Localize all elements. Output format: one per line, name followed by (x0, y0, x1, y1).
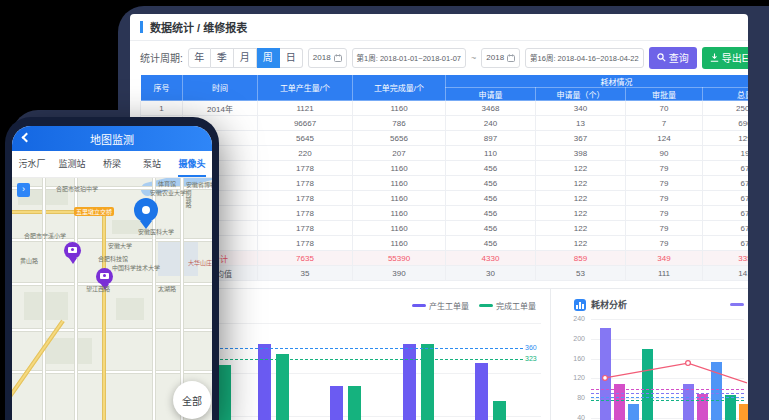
table-cell: 67 (703, 191, 749, 206)
breadcrumb-accent-bar (140, 21, 143, 33)
table-cell: 1778 (258, 221, 353, 236)
tab-监测站[interactable]: 监测站 (52, 151, 92, 177)
legend-label: 完成工单量 (496, 300, 536, 311)
map-view[interactable]: › 全部 合肥市琥珀中学体育馆安徽农业大学安徽省博物馆五里墩立交桥合肥市宁溪小学… (12, 178, 212, 420)
workorder-bar (403, 344, 416, 420)
table-row: 42202071103989019 (141, 146, 749, 161)
table-cell: 2014年 (183, 101, 258, 116)
gridline (190, 373, 541, 374)
map-label: 太湖路 (158, 284, 176, 293)
table-cell: 13 (536, 116, 626, 131)
tab-摄像头[interactable]: 摄像头 (172, 151, 212, 177)
table-cell: 1778 (258, 236, 353, 251)
table-header-row: 序号时间工单产生量/个工单完成量/个耗材情况 (141, 75, 749, 88)
column-header: 工单完成量/个 (353, 75, 446, 101)
map-label: 中国科学技术大学 (112, 263, 160, 272)
consumable-bar (711, 362, 722, 420)
table-cell: 124 (626, 131, 703, 146)
period-option-年[interactable]: 年 (188, 48, 211, 68)
week-to-value: 第16周: 2018-04-16~2018-04-22 (530, 52, 639, 63)
table-cell: 1160 (353, 161, 446, 176)
table-cell: 859 (536, 251, 626, 266)
table-cell: 390 (353, 266, 446, 281)
table-cell: 122 (536, 176, 626, 191)
legend-label: 产生工单量 (429, 300, 469, 311)
legend-swatch (479, 304, 493, 307)
range-separator: ~ (471, 53, 476, 63)
week-from-value: 第1周: 2018-01-01~2018-01-07 (357, 52, 461, 63)
app-header: 地图监测 (12, 126, 212, 151)
camera-marker[interactable] (64, 242, 81, 259)
consumable-bar (628, 404, 639, 420)
legend-swatch (412, 304, 426, 307)
table-cell: 456 (446, 221, 536, 236)
gridline (591, 359, 744, 360)
sub-column-header: 审批量 (626, 88, 703, 101)
map-label: 安徽农业大学 (150, 188, 186, 197)
table-cell: 5645 (258, 131, 353, 146)
workorder-bar (276, 354, 289, 420)
period-option-日[interactable]: 日 (280, 48, 303, 68)
table-row: 6177811604561227967 (141, 176, 749, 191)
phone-mockup: 地图监测 污水厂监测站桥梁泵站摄像头 (5, 117, 219, 420)
year-from-select[interactable]: 2018 (308, 48, 347, 68)
year-to-select[interactable]: 2018 (481, 48, 520, 68)
table-cell: 3468 (446, 101, 536, 116)
consumable-bar (600, 328, 611, 420)
location-pin[interactable] (134, 198, 158, 222)
camera-icon (100, 273, 109, 279)
table-cell: 240 (446, 116, 536, 131)
table-cell: 55390 (353, 251, 446, 266)
report-table: 序号时间工单产生量/个工单完成量/个耗材情况申请量申请量（个）审批量总量 120… (140, 74, 748, 281)
gridline (190, 416, 541, 417)
map-road (42, 178, 46, 420)
export-excel-button[interactable]: 导出Excel (702, 47, 748, 69)
map-label: 合肥市琥珀中学 (56, 184, 98, 193)
table-cell: 79 (626, 221, 703, 236)
legend-item[interactable]: 完成工单量 (479, 300, 536, 311)
map-expander-button[interactable]: › (17, 183, 30, 197)
table-cell: 67 (703, 236, 749, 251)
table-cell: 79 (626, 161, 703, 176)
map-label: 安徽大学 (108, 241, 132, 250)
back-icon[interactable] (22, 133, 32, 143)
reference-line (190, 348, 523, 349)
workorder-bar (421, 344, 434, 420)
workorder-bar (218, 365, 231, 420)
tab-桥梁[interactable]: 桥梁 (92, 151, 132, 177)
page-header: 数据统计 / 维修报表 (130, 14, 748, 41)
tab-污水厂[interactable]: 污水厂 (12, 151, 52, 177)
camera-marker[interactable] (96, 268, 113, 285)
year-to-value: 2018 (486, 53, 504, 62)
map-label: 桐城路 (184, 190, 193, 208)
table-cell: 456 (446, 236, 536, 251)
period-option-季[interactable]: 季 (211, 48, 234, 68)
table-cell: 122 (536, 206, 626, 221)
gridline (190, 323, 541, 324)
y-axis-tick-label: 240 (567, 315, 585, 322)
table-cell: 1778 (258, 206, 353, 221)
table-cell: 2500 (703, 101, 749, 116)
tab-泵站[interactable]: 泵站 (132, 151, 172, 177)
column-header: 工单产生量/个 (258, 75, 353, 101)
column-header: 序号 (141, 75, 183, 101)
table-cell: 1160 (353, 191, 446, 206)
table-row: 9177811604561227967 (141, 221, 749, 236)
period-option-月[interactable]: 月 (234, 48, 257, 68)
report-table-body: 12014年1121116034683407025002966677862401… (141, 101, 749, 281)
week-from-select[interactable]: 第1周: 2018-01-01~2018-01-07 (352, 48, 466, 68)
table-cell: 1778 (258, 176, 353, 191)
consumable-bar (739, 404, 748, 420)
table-cell: 1160 (353, 206, 446, 221)
map-label: 合肥市宁溪小学 (24, 231, 66, 240)
query-button[interactable]: 查询 (649, 47, 697, 69)
show-all-button[interactable]: 全部 (173, 381, 211, 419)
map-label: 黄山路 (20, 256, 38, 265)
period-option-周[interactable]: 周 (257, 48, 280, 68)
consumable-chart-panel: 耗材分析 2402001601208040 (551, 289, 747, 420)
period-label: 统计周期: (140, 50, 183, 65)
table-row: 5177811604561227967 (141, 161, 749, 176)
table-row: 8177811604561227967 (141, 206, 749, 221)
week-to-select[interactable]: 第16周: 2018-04-16~2018-04-22 (525, 48, 644, 68)
legend-item[interactable]: 产生工单量 (412, 300, 469, 311)
